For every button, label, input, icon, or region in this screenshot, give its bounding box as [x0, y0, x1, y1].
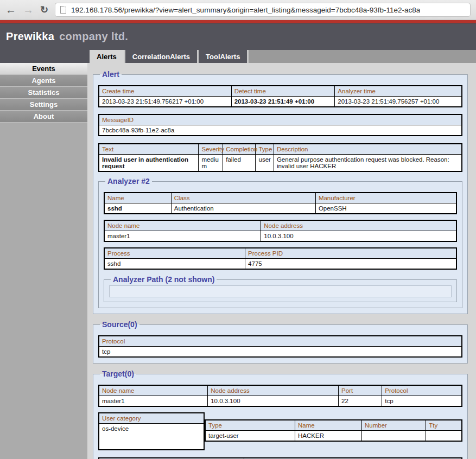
- column-header-severity: Severity: [199, 144, 223, 155]
- target-section: Target(0) Node name Node address Port Pr…: [93, 369, 468, 459]
- brand-company: company ltd.: [59, 30, 128, 43]
- messageid-table: MessageID 7bcbc48a-93fb-11e2-ac8a: [98, 114, 462, 136]
- analyzer-name-value: sshd: [104, 203, 171, 214]
- browser-toolbar: ← → ↻ 192.168.178.56/prewikka/?view=aler…: [0, 0, 476, 20]
- column-header-name: Name: [295, 420, 362, 431]
- severity-value: medium: [199, 155, 223, 172]
- brand-logo: Prewikka: [6, 30, 54, 43]
- classification-table: Text Severity Completion Type Descriptio…: [98, 143, 462, 172]
- app-header: Prewikka company ltd.: [0, 23, 476, 50]
- analyzer-node-table: Node name Node address master1 10.0.3.10…: [104, 220, 457, 242]
- column-header-node-name: Node name: [104, 220, 261, 231]
- sidebar-item-about[interactable]: About: [0, 111, 87, 123]
- column-header-node-name: Node name: [99, 385, 208, 396]
- analyzer-time-value: 2013-03-23 21:51:49.756257 +01:00: [335, 97, 462, 107]
- target-section-title: Target(0): [100, 369, 136, 378]
- target-node-table: Node name Node address Port Protocol mas…: [98, 385, 462, 407]
- tab-toolalerts[interactable]: ToolAlerts: [197, 50, 249, 63]
- column-header-number: Number: [362, 420, 426, 431]
- column-header-port: Port: [339, 385, 382, 396]
- analyzer-process-value: sshd: [104, 259, 245, 270]
- target-port-value: 22: [339, 396, 382, 407]
- target-node-address-link[interactable]: 10.0.3.100: [208, 396, 339, 407]
- user-category-table: User category os-device: [98, 412, 205, 450]
- source-protocol-value: tcp: [99, 347, 462, 358]
- tab-bar: Alerts CorrelationAlerts ToolAlerts: [0, 50, 476, 63]
- tab-spacer: [0, 50, 90, 63]
- analyzer-path-section: Analyzer Path (2 not shown): [104, 275, 457, 302]
- main-content: Alert Create time Detect time Analyzer t…: [87, 63, 476, 459]
- column-header-protocol: Protocol: [382, 385, 462, 396]
- analyzer-path-empty: [109, 285, 452, 297]
- analyzer-class-value: Authentication: [171, 203, 315, 214]
- column-header-type: Type: [205, 420, 295, 431]
- column-header-completion: Completion: [223, 144, 256, 155]
- detect-time-value: 2013-03-23 21:51:49 +01:00: [231, 97, 335, 107]
- column-header-manufacturer: Manufacturer: [315, 193, 456, 203]
- tab-filler: [249, 50, 476, 63]
- forward-icon[interactable]: →: [23, 4, 34, 15]
- target-process-table: Process Process PID sshd 4775: [98, 457, 462, 459]
- source-section: Source(0) Protocol tcp: [93, 320, 468, 364]
- page-icon: [60, 6, 66, 14]
- target-user-table: Type Name Number Tty target-user HACKER: [205, 419, 462, 442]
- column-header-analyzer-time: Analyzer time: [335, 86, 462, 97]
- column-header-text: Text: [99, 144, 199, 155]
- user-category-value: os-device: [99, 424, 204, 450]
- create-time-value: 2013-03-23 21:51:49.756217 +01:00: [99, 97, 231, 107]
- column-header-tty: Tty: [426, 420, 462, 431]
- alert-section: Alert Create time Detect time Analyzer t…: [93, 70, 468, 314]
- url-text[interactable]: 192.168.178.56/prewikka/?view=alert_summ…: [71, 6, 420, 14]
- target-user-block: User category os-device Type Name Number…: [98, 412, 462, 450]
- column-header-node-address: Node address: [261, 220, 456, 231]
- sidebar: Events Agents Statistics Settings About: [0, 63, 87, 459]
- messageid-value: 7bcbc48a-93fb-11e2-ac8a: [99, 125, 462, 136]
- column-header-detect-time: Detect time: [231, 86, 335, 97]
- sidebar-item-events[interactable]: Events: [0, 63, 87, 75]
- analyzer-process-table: Process Process PID sshd 4775: [104, 247, 457, 270]
- source-section-title: Source(0): [100, 320, 139, 329]
- analyzer-section: Analyzer #2 Name Class Manufacturer sshd…: [98, 177, 462, 308]
- alert-times-table: Create time Detect time Analyzer time 20…: [98, 85, 462, 107]
- address-bar[interactable]: 192.168.178.56/prewikka/?view=alert_summ…: [55, 3, 471, 17]
- user-type-value: target-user: [205, 431, 295, 442]
- sidebar-item-agents[interactable]: Agents: [0, 75, 87, 87]
- column-header-protocol: Protocol: [99, 336, 462, 347]
- analyzer-node-address-link[interactable]: 10.0.3.100: [261, 231, 456, 242]
- column-header-create-time: Create time: [99, 86, 231, 97]
- column-header-class: Class: [171, 193, 315, 203]
- column-header-name: Name: [104, 193, 171, 203]
- reload-icon[interactable]: ↻: [40, 5, 48, 15]
- source-protocol-table: Protocol tcp: [98, 335, 462, 358]
- column-header-type: Type: [256, 144, 274, 155]
- sidebar-item-statistics[interactable]: Statistics: [0, 87, 87, 99]
- sidebar-item-settings[interactable]: Settings: [0, 99, 87, 111]
- column-header-description: Description: [274, 144, 462, 155]
- classification-text-value: Invalid user in authentication request: [99, 155, 199, 172]
- analyzer-process-pid-value: 4775: [245, 259, 456, 270]
- completion-value: failed: [223, 155, 256, 172]
- column-header-node-address: Node address: [208, 385, 339, 396]
- back-icon[interactable]: ←: [5, 4, 16, 15]
- tab-alerts[interactable]: Alerts: [90, 50, 124, 63]
- user-number-value: [362, 431, 426, 442]
- column-header-process: Process: [104, 248, 245, 259]
- column-header-process-pid: Process PID: [245, 248, 456, 259]
- type-value: user: [256, 155, 274, 172]
- description-value: General purpose authentication request w…: [274, 155, 462, 172]
- tab-correlationalerts[interactable]: CorrelationAlerts: [124, 50, 197, 63]
- analyzer-section-title: Analyzer #2: [105, 177, 152, 186]
- column-header-messageid: MessageID: [99, 114, 462, 125]
- analyzer-path-title: Analyzer Path (2 not shown): [111, 275, 217, 284]
- user-name-value: HACKER: [295, 431, 362, 442]
- column-header-user-category: User category: [99, 413, 204, 424]
- user-tty-value: [426, 431, 462, 442]
- analyzer-node-name-value: master1: [104, 231, 261, 242]
- analyzer-manufacturer-value: OpenSSH: [315, 203, 456, 214]
- target-protocol-value: tcp: [382, 396, 462, 407]
- target-node-name-value: master1: [99, 396, 208, 407]
- alert-section-title: Alert: [100, 70, 122, 79]
- analyzer-info-table: Name Class Manufacturer sshd Authenticat…: [104, 192, 457, 214]
